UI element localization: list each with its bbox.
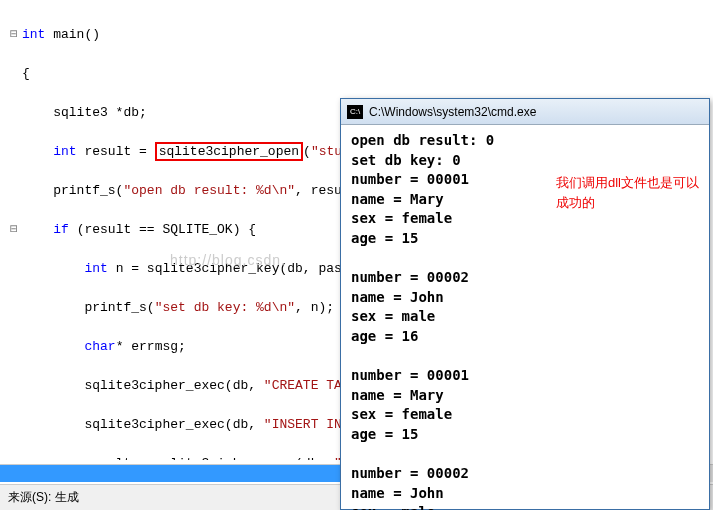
cmd-output-line: age = 15 [351,229,699,249]
cmd-output-line: age = 16 [351,327,699,347]
cmd-output-line: sex = male [351,503,699,510]
highlighted-function: sqlite3cipher_open [155,142,303,161]
cmd-output-line: age = 15 [351,425,699,445]
cmd-output-line: number = 00002 [351,464,699,484]
collapse-icon[interactable]: ⊟ [10,25,22,45]
cmd-output-line: name = John [351,288,699,308]
cmd-output-line [351,445,699,465]
cmd-output-line: sex = female [351,209,699,229]
scrollbar-thumb[interactable] [0,465,340,482]
cmd-output-line: set db key: 0 [351,151,699,171]
cmd-output-line: number = 00002 [351,268,699,288]
cmd-output-line: name = John [351,484,699,504]
cmd-output-line [351,249,699,269]
cmd-output-line: sex = female [351,405,699,425]
cmd-title: C:\Windows\system32\cmd.exe [369,105,536,119]
cmd-output-line: open db result: 0 [351,131,699,151]
cmd-icon: C:\ [347,105,363,119]
cmd-output: 我们调用dll文件也是可以成功的 open db result: 0set db… [341,125,709,509]
cmd-titlebar[interactable]: C:\ C:\Windows\system32\cmd.exe [341,99,709,125]
cmd-window[interactable]: C:\ C:\Windows\system32\cmd.exe 我们调用dll文… [340,98,710,510]
annotation-note: 我们调用dll文件也是可以成功的 [556,173,699,212]
cmd-output-line: number = 00001 [351,366,699,386]
cmd-output-line: sex = male [351,307,699,327]
source-label: 来源(S): 生成 [8,490,79,504]
watermark: http://blog.csdn. [170,252,286,268]
cmd-output-line [351,347,699,367]
cmd-output-line: name = Mary [351,386,699,406]
